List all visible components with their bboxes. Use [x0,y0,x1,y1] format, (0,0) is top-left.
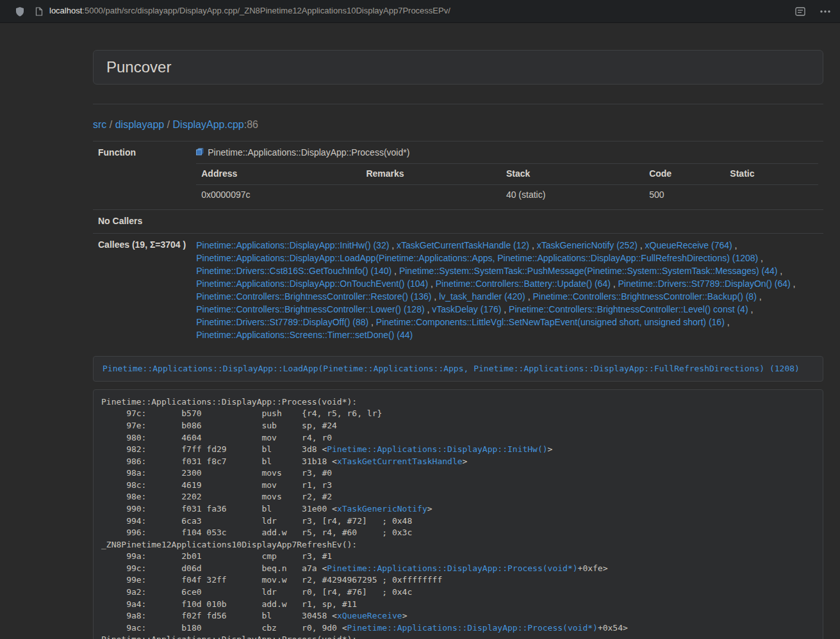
disassembly-symbol-link[interactable]: xTaskGetCurrentTaskHandle [337,457,463,466]
code-size-value: 500 [644,184,725,204]
callees-label: Callees (19, Σ=3704 ) [93,233,191,346]
app-header: Puncover [93,50,823,85]
callee-link[interactable]: Pinetime::Applications::Screens::Timer::… [196,330,413,340]
url-bar[interactable]: localhost:5000/path/src/displayapp/Displ… [49,5,795,17]
callee-link[interactable]: Pinetime::Applications::DisplayApp::OnTo… [196,279,428,289]
highlighted-symbol-link[interactable]: Pinetime::Applications::DisplayApp::Load… [103,364,800,373]
stats-value-row: 0x0000097c 40 (static) 500 [196,184,818,204]
stats-header-row: Address Remarks Stack Code Static [196,163,818,184]
function-title-line: Pinetime::Applications::DisplayApp::Proc… [196,147,818,159]
overflow-menu-icon[interactable] [819,10,831,13]
callee-link[interactable]: Pinetime::Drivers::St7789::DisplayOff() … [196,317,368,327]
address-column-header: Address [196,163,361,184]
highlight-box: Pinetime::Applications::DisplayApp::Load… [93,356,823,382]
callee-link[interactable]: Pinetime::Controllers::BrightnessControl… [532,291,756,302]
url-host: localhost [49,6,82,15]
no-callers-label: No Callers [93,209,191,233]
url-path: :5000/path/src/displayapp/DisplayApp.cpp… [82,6,450,15]
callee-link[interactable]: Pinetime::Applications::DisplayApp::Init… [196,240,389,250]
disassembly-symbol-link[interactable]: xTaskGenericNotify [337,504,427,514]
callees-list: Pinetime::Applications::DisplayApp::Init… [191,233,823,346]
browser-topbar: localhost:5000/path/src/displayapp/Displ… [0,0,840,23]
breadcrumb: src / displayapp / DisplayApp.cpp:86 [93,118,823,133]
code-column-header: Code [644,163,725,184]
callee-link[interactable]: xTaskGenericNotify (252) [537,240,638,250]
static-value [725,184,818,204]
function-name: Pinetime::Applications::DisplayApp::Proc… [208,147,409,159]
page-icon[interactable] [35,7,43,16]
breadcrumb-line-number: :86 [244,119,258,130]
address-value: 0x0000097c [196,184,361,204]
function-type-icon [196,147,204,159]
callee-link[interactable]: Pinetime::Components::LittleVgl::SetNewT… [376,317,725,327]
reader-mode-icon[interactable] [795,7,805,16]
callee-link[interactable]: lv_task_handler (420) [439,291,525,302]
function-row-label: Function [93,141,191,209]
function-row: Function Pinetime::Applications::Display… [93,141,823,209]
no-callers-row: No Callers [93,209,823,233]
shield-icon[interactable] [15,6,24,17]
callees-row: Callees (19, Σ=3704 ) Pinetime::Applicat… [93,233,823,346]
callee-link[interactable]: Pinetime::Controllers::BrightnessControl… [509,304,748,314]
disassembly-code: Pinetime::Applications::DisplayApp::Proc… [93,389,823,639]
breadcrumb-link[interactable]: src [93,119,106,130]
breadcrumb-separator: / [164,119,172,130]
callee-link[interactable]: xTaskGetCurrentTaskHandle (12) [397,240,529,250]
remarks-value [361,184,500,204]
callee-link[interactable]: Pinetime::System::SystemTask::PushMessag… [399,266,778,276]
callee-link[interactable]: vTaskDelay (176) [432,304,501,314]
callee-link[interactable]: Pinetime::Controllers::BrightnessControl… [196,304,424,314]
callee-link[interactable]: Pinetime::Drivers::St7789::DisplayOn() (… [618,279,791,289]
disassembly-symbol-link[interactable]: Pinetime::Applications::DisplayApp::Init… [327,444,547,454]
callee-link[interactable]: Pinetime::Drivers::Cst816S::GetTouchInfo… [196,266,391,276]
page-container: Puncover src / displayapp / DisplayApp.c… [93,23,823,639]
stack-column-header: Stack [501,163,644,184]
callee-link[interactable]: Pinetime::Applications::DisplayApp::Load… [196,253,758,263]
symbol-table: Function Pinetime::Applications::Display… [93,141,823,346]
breadcrumb-separator: / [106,119,115,130]
remarks-column-header: Remarks [361,163,500,184]
callee-link[interactable]: Pinetime::Controllers::Battery::Update()… [436,279,611,289]
disassembly-symbol-link[interactable]: Pinetime::Applications::DisplayApp::Proc… [327,563,577,573]
stats-table: Address Remarks Stack Code Static 0x0000… [196,163,818,204]
divider [93,104,823,104]
stack-value: 40 (static) [501,184,644,204]
callee-link[interactable]: xQueueReceive (764) [645,240,732,250]
callee-link[interactable]: Pinetime::Controllers::BrightnessControl… [196,291,431,302]
disassembly-symbol-link[interactable]: xQueueReceive [337,611,402,620]
breadcrumb-link[interactable]: DisplayApp.cpp [173,119,244,130]
static-column-header: Static [725,163,818,184]
disassembly-symbol-link[interactable]: Pinetime::Applications::DisplayApp::Proc… [347,623,598,633]
breadcrumb-link[interactable]: displayapp [115,119,165,130]
app-title: Puncover [106,59,810,76]
